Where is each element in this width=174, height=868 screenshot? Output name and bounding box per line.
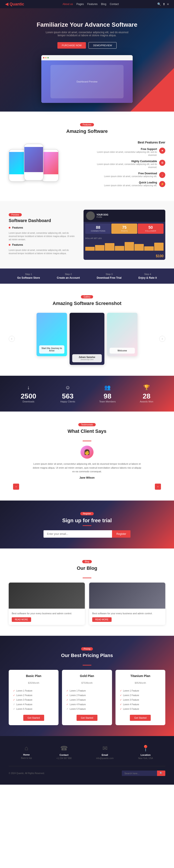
pricing-card-3: Titanium Plan $95/Month ✓Lorem 1 Feature… — [116, 670, 165, 725]
phone-center — [24, 144, 44, 181]
testimonial-next[interactable]: › — [155, 484, 161, 490]
download-icon: ↓ — [21, 384, 36, 391]
bar-3 — [105, 243, 114, 251]
blog-readmore-2[interactable]: READ MORE — [92, 617, 111, 622]
screen-title-left: Start the Journey to Arise — [41, 347, 63, 352]
hero-buttons: PURCHASE NOW DEMO/PREVIEW — [5, 42, 169, 49]
amazing-heading: Amazing Software — [9, 128, 165, 134]
mockup-screen: Dashboard Preview — [41, 58, 133, 103]
feature-text-3: Free Download Lorem ipsum dolor sit amet… — [104, 172, 157, 178]
step-2-num: Step 2 — [57, 273, 80, 275]
search-icon[interactable]: 🔍 — [157, 2, 161, 6]
plan-btn-2[interactable]: Get Started — [77, 715, 97, 721]
plan-feature-1-5: ✗Lorem 5 Feature — [13, 707, 54, 711]
dash-user-sub: Profile — [97, 216, 108, 218]
screen-title-right: Welcome — [111, 349, 133, 352]
nav-blog[interactable]: Blog — [101, 3, 106, 6]
signup-button[interactable]: Register — [112, 530, 130, 538]
plan-feature-3-1: ✓Lorem 1 Feature — [120, 688, 161, 693]
carousel-prev[interactable]: ‹ — [9, 336, 15, 342]
bar-1 — [85, 247, 95, 251]
dashboard-right: YOUR DOG Profile 88 CONNECTIONS 75 POSTS… — [83, 210, 165, 260]
plan-btn-3[interactable]: Get Started — [130, 715, 151, 721]
phone-icon: ☎ — [56, 745, 72, 752]
footer-search: 🔍 — [122, 771, 165, 776]
dashboard-section: Preview Software Dashboard Features Lore… — [0, 201, 174, 269]
stat-label-4: Awards Won — [140, 400, 153, 403]
purchase-button[interactable]: PURCHASE NOW — [57, 42, 86, 49]
demo-button[interactable]: DEMO/PREVIEW — [89, 42, 117, 49]
stat-team: 👥 98 Team Members — [99, 384, 116, 403]
plan-feature-3-4: ✓Lorem 4 Feature — [120, 702, 161, 707]
blog-divider — [83, 578, 91, 578]
dash-stat-3: 50 FOLLOWER — [138, 223, 164, 234]
dot-red — [43, 57, 44, 58]
footer-search-button[interactable]: 🔍 — [157, 771, 165, 776]
screenshot-left: Start the Journey to Arise — [36, 313, 67, 356]
navigation: ◀ Quantic About us Pages Features Blog C… — [0, 0, 174, 8]
share-icon[interactable]: ⬆ — [163, 2, 165, 6]
testimonial-avatar: 👩 — [80, 445, 94, 459]
nav-contact[interactable]: Contact — [110, 3, 119, 6]
dash-stats: 88 CONNECTIONS 75 POSTS 50 FOLLOWER — [83, 222, 165, 236]
feature-item-4: ⚡ Quick Loading Lorem ipsum dolor sit am… — [90, 181, 165, 187]
screen-card-center: Zaham Samelse JavaScript Dev — [72, 354, 102, 362]
signup-email-input[interactable] — [44, 530, 112, 538]
home-icon: ⌂ — [21, 745, 32, 752]
nav-about[interactable]: About us — [63, 3, 73, 6]
footer-col-2: ☎ Contact +1 234 567 890 — [56, 745, 72, 760]
dashboard-feature-2: Features — [9, 243, 77, 246]
phone-screen-left — [9, 152, 26, 174]
plan-price-1: $35/Month — [13, 679, 54, 685]
screenshots-carousel: ‹ Start the Journey to Arise Zaham Samel… — [9, 313, 165, 365]
blog-image-2 — [89, 583, 165, 609]
dashboard-features-label: Features — [12, 226, 23, 229]
stat-awards: 🏆 28 Awards Won — [140, 384, 153, 403]
footer-top: ⌂ Home Back to top ☎ Contact +1 234 567 … — [9, 745, 165, 760]
blog-readmore-1[interactable]: READ MORE — [12, 617, 31, 622]
stat-num-1: 2500 — [21, 392, 36, 400]
pricing-card-1: Basic Plan $35/Month ✓Lorem 1 Feature ✓L… — [9, 670, 58, 725]
mockup-label: Dashboard Preview — [77, 80, 97, 83]
blog-text-2: Best software for your every business an… — [92, 612, 162, 615]
pricing-section: Pricing Our Best Pricing Plans Basic Pla… — [0, 636, 174, 736]
screen-card-left: Start the Journey to Arise — [39, 345, 65, 353]
plan-feature-3-3: ✓Lorem 3 Feature — [120, 698, 161, 702]
features-list: Best Features Ever ★ Free Support Lorem … — [90, 141, 165, 190]
feature-icon-1: ★ — [159, 148, 165, 154]
phone-screen-center — [24, 147, 43, 172]
nav-icon-group: 🔍 ⬆ ≡ — [157, 2, 169, 6]
dashboard-left: Preview Software Dashboard Features Lore… — [9, 213, 77, 257]
plan-btn-1[interactable]: Get Started — [23, 715, 44, 721]
footer-col-1-title: Home — [21, 753, 32, 756]
nav-features[interactable]: Features — [87, 3, 97, 6]
trophy-icon: 🏆 — [140, 384, 153, 391]
plan-features-2: ✓Lorem 1 Feature ✓Lorem 2 Feature ✓Lorem… — [66, 688, 107, 711]
blog-card-1: Best software for your every business an… — [9, 583, 85, 625]
plan-feature-1-1: ✓Lorem 1 Feature — [13, 688, 54, 693]
step-2: Step 2 Create an Account — [57, 273, 80, 279]
plan-features-3: ✓Lorem 1 Feature ✓Lorem 2 Feature ✓Lorem… — [120, 688, 161, 711]
bar-7 — [144, 246, 153, 251]
hero-subtext: Lorem ipsum dolor sit amet, consectetur … — [44, 31, 130, 37]
nav-pages[interactable]: Pages — [76, 3, 84, 6]
pricing-card-2: Gold Plan $75/Month ✓Lorem 1 Feature ✓Lo… — [62, 670, 112, 725]
dash-stat-1: 88 CONNECTIONS — [85, 223, 111, 234]
plan-features-1: ✓Lorem 1 Feature ✓Lorem 2 Feature ✓Lorem… — [13, 688, 54, 711]
carousel-next[interactable]: › — [159, 336, 165, 342]
logo[interactable]: ◀ Quantic — [5, 2, 24, 6]
bar-5 — [125, 242, 134, 251]
footer-search-input[interactable] — [122, 771, 157, 776]
footer-col-3-title: Email — [96, 754, 114, 756]
bar-2 — [95, 245, 104, 251]
plan-name-1: Basic Plan — [13, 674, 54, 678]
dashboard-feature-1: Features — [9, 226, 77, 229]
bullet-dot-1 — [9, 227, 10, 228]
step-3-title: Download Free Trial — [97, 276, 122, 279]
testimonials-section: Testimonials What Client Says 👩 Lorem ip… — [0, 411, 174, 500]
stat-clients: ☺ 563 Happy Clients — [60, 384, 75, 403]
menu-icon[interactable]: ≡ — [167, 2, 169, 6]
dash-avatar — [86, 211, 95, 220]
testimonial-prev[interactable]: ‹ — [13, 484, 19, 490]
screen-content-center: Zaham Samelse JavaScript Dev — [70, 313, 104, 365]
